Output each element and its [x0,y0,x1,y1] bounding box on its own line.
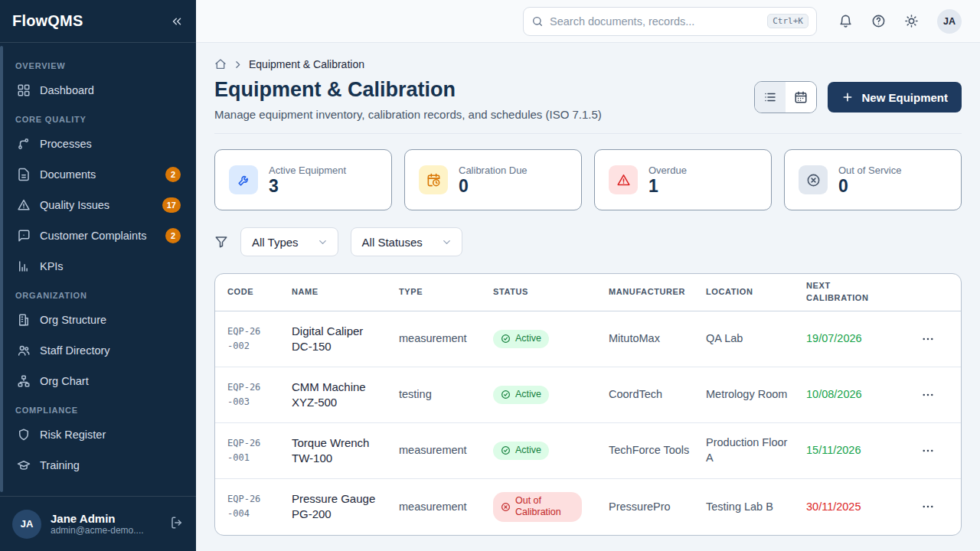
user-email: admin@acme-demo.... [51,525,161,536]
plus-icon [841,91,854,103]
sidebar-item-label: Org Chart [40,375,89,387]
cell-manufacturer: PressurePro [609,491,706,524]
sidebar-item-risk-register[interactable]: Risk Register [11,419,187,450]
calendar-view-button[interactable] [786,82,816,112]
type-filter-value: All Types [252,236,299,249]
status-filter-select[interactable]: All Statuses [351,227,462,256]
breadcrumb: Equipment & Calibration [214,58,962,70]
section-label-compliance: Compliance [15,406,182,415]
ellipsis-icon [921,444,935,458]
sidebar-item-dashboard[interactable]: Dashboard [11,75,187,106]
row-actions-button[interactable] [921,500,935,514]
sidebar-header: FlowQMS [0,0,196,43]
stat-card-active-equipment: Active Equipment 3 [214,149,392,210]
filter-bar: All Types All Statuses [214,227,962,256]
chevron-down-icon [317,236,328,248]
sidebar-item-org-chart[interactable]: Org Chart [11,366,187,396]
cell-actions [907,379,961,411]
table-row[interactable]: EQP-26-004 Pressure Gauge PG-200 measure… [215,479,961,535]
stat-label: Out of Service [838,165,901,176]
table-row[interactable]: EQP-26-003 CMM Machine XYZ-500 testing A… [215,367,961,423]
check-circle-icon [501,390,511,399]
cell-status: Active [493,321,609,357]
breadcrumb-current[interactable]: Equipment & Calibration [249,58,364,70]
bell-icon [838,14,853,28]
table-row[interactable]: EQP-26-001 Torque Wrench TW-100 measurem… [215,423,961,479]
sidebar-item-training[interactable]: Training [11,450,187,481]
sidebar-item-customer-complaints[interactable]: Customer Complaints 2 [11,220,187,251]
page-subtitle: Manage equipment inventory, calibration … [214,108,602,121]
sidebar-item-label: KPIs [40,260,64,272]
cell-location: Metrology Room [706,378,806,412]
cell-next-calibration: 15/11/2026 [806,434,907,468]
sidebar-item-documents[interactable]: Documents 2 [11,159,187,190]
column-header-status: Status [493,280,609,305]
app-logo: FlowQMS [12,12,83,30]
sidebar-item-label: Documents [40,168,96,181]
alert-triangle-icon [609,165,638,194]
search-icon [531,15,544,28]
sidebar-item-kpis[interactable]: KPIs [11,251,187,282]
cell-status: Out of Calibration [493,483,609,531]
check-circle-icon [501,445,511,455]
global-search[interactable]: Ctrl+K [523,7,817,36]
cell-code: EQP-26-002 [227,315,276,363]
row-actions-button[interactable] [921,388,935,402]
table-row[interactable]: EQP-26-002 Digital Caliper DC-150 measur… [215,311,961,367]
new-equipment-button[interactable]: New Equipment [828,82,962,112]
status-badge: Active [493,330,549,348]
sidebar-scrollbar[interactable] [0,46,3,492]
sidebar-item-org-structure[interactable]: Org Structure [11,305,187,335]
cell-type: measurement [399,491,493,524]
cell-manufacturer: TechForce Tools [609,434,706,468]
hierarchy-icon [17,374,31,388]
theme-toggle-button[interactable] [904,14,919,28]
sidebar-item-quality-issues[interactable]: Quality Issues 17 [11,190,187,220]
alert-triangle-icon [17,198,31,212]
type-filter-select[interactable]: All Types [240,227,338,256]
sidebar-collapse-button[interactable] [170,15,184,28]
row-actions-button[interactable] [921,444,935,458]
stat-value: 1 [648,178,687,195]
main-area: Ctrl+K JA Equipment & Calibration [196,0,980,551]
column-header-type: Type [399,280,493,305]
cell-name: Pressure Gauge PG-200 [292,482,399,532]
page-header: Equipment & Calibration Manage equipment… [214,78,962,121]
logout-button[interactable] [170,516,184,532]
app-window: FlowQMS Overview Dashboard Core Quality … [0,0,980,551]
new-equipment-label: New Equipment [861,91,948,104]
chat-icon [17,229,31,243]
logout-icon [170,516,184,530]
sidebar-item-processes[interactable]: Processes [11,129,187,159]
ellipsis-icon [921,500,935,514]
sidebar-item-staff-directory[interactable]: Staff Directory [11,335,187,366]
notifications-button[interactable] [838,14,853,28]
stat-label: Calibration Due [459,165,528,176]
quality-issues-count-badge: 17 [162,197,181,213]
list-view-button[interactable] [755,82,786,112]
equipment-table: Code Name Type Status Manufacturer Locat… [214,273,962,536]
cell-code: EQP-26-004 [227,483,276,530]
search-input[interactable] [550,15,761,28]
status-badge: Out of Calibration [493,492,582,522]
help-button[interactable] [871,14,886,28]
cell-name: Torque Wrench TW-100 [292,426,399,476]
cell-actions [907,435,961,467]
calendar-clock-icon [419,165,448,194]
document-icon [17,168,31,181]
profile-avatar-button[interactable]: JA [937,9,962,34]
cell-type: measurement [399,434,493,468]
page-title: Equipment & Calibration [214,78,602,102]
search-shortcut-badge: Ctrl+K [767,14,808,28]
home-icon[interactable] [214,58,227,70]
cell-status: Active [493,377,609,413]
sidebar-nav: Overview Dashboard Core Quality Processe… [0,43,196,496]
cell-manufacturer: CoordTech [609,378,706,412]
stat-card-calibration-due: Calibration Due 0 [404,149,582,210]
chevron-down-icon [441,236,452,248]
ellipsis-icon [921,388,935,402]
row-actions-button[interactable] [921,332,935,346]
graduation-cap-icon [17,458,31,472]
cell-location: QA Lab [706,322,806,356]
status-filter-value: All Statuses [362,236,423,249]
